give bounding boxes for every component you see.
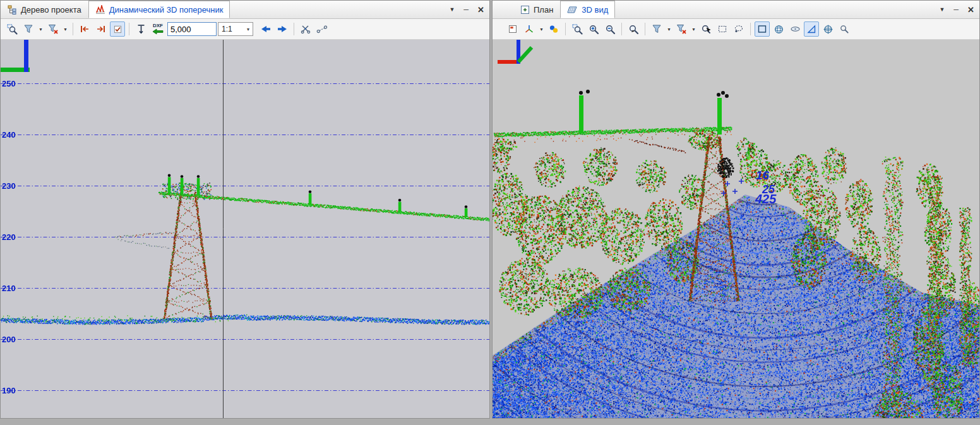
- left-tabbar: Дерево проекта Динамический 3D поперечни…: [1, 1, 489, 19]
- filter-3d-clear-dropdown-caret[interactable]: ▾: [690, 21, 697, 37]
- zoom-in-button[interactable]: [586, 21, 601, 37]
- pick-point-icon: [701, 24, 712, 35]
- view-3d-tab-icon: [567, 5, 578, 15]
- filter-clear-button[interactable]: [45, 21, 61, 37]
- point-cloud-workstation: { "window": { "controls": { "dropdown": …: [0, 0, 980, 425]
- project-tree-icon: [8, 5, 17, 15]
- toolbar-separator: [565, 23, 566, 35]
- shift-section-back-button[interactable]: [77, 21, 92, 37]
- tab-dynamic-cross-section[interactable]: Динамический 3D поперечник: [88, 1, 230, 18]
- right-pane-minimize-button[interactable]: ─: [953, 6, 959, 13]
- filter-icon: [652, 24, 662, 34]
- filter-3d-dropdown-caret[interactable]: ▾: [666, 21, 672, 37]
- globe-icon: [774, 24, 784, 35]
- point-annotation: 16: [756, 169, 769, 181]
- previous-section-button[interactable]: [258, 21, 273, 37]
- select-lasso-button[interactable]: [731, 21, 746, 37]
- right-tabbar: План 3D вид ▼ ─ ✕: [493, 1, 979, 19]
- zoom-window-button[interactable]: [570, 21, 585, 37]
- clip-box-button[interactable]: [755, 21, 770, 37]
- filter-clear-icon: [48, 24, 58, 34]
- elevation-label: 220: [2, 232, 16, 242]
- tab-dynamic-cross-section-label: Динамический 3D поперечник: [109, 5, 224, 15]
- zoom-window-icon: [572, 24, 583, 35]
- filter-3d-clear-button[interactable]: [674, 21, 689, 37]
- set-square-icon: [806, 24, 816, 34]
- polyline-tool-button[interactable]: [314, 21, 330, 37]
- next-section-button[interactable]: [275, 21, 290, 37]
- filter-clear-icon: [676, 24, 686, 34]
- shift-back-icon: [80, 24, 90, 34]
- checkbox-checked-icon: [113, 25, 122, 34]
- zoom-out-button[interactable]: [602, 21, 618, 37]
- section-width-input[interactable]: [167, 22, 217, 36]
- right-toolbar: ▾ ▾ ▾: [493, 19, 979, 40]
- zoom-in-icon: [589, 24, 599, 35]
- scale-select[interactable]: 1:1 ▾: [218, 22, 253, 36]
- dxf-export-button[interactable]: DXF: [150, 20, 166, 38]
- right-pane-close-button[interactable]: ✕: [967, 6, 974, 14]
- left-pane-minimize-button[interactable]: ─: [463, 6, 469, 13]
- shift-section-forward-button[interactable]: [93, 21, 109, 37]
- cross-section-icon: [95, 5, 105, 15]
- cross-section-pane: Дерево проекта Динамический 3D поперечни…: [0, 0, 490, 419]
- select-rectangle-icon: [717, 24, 727, 34]
- elevation-label: 230: [2, 181, 16, 191]
- view-orientation-button[interactable]: [522, 21, 537, 37]
- tab-project-tree-label: Дерево проекта: [21, 5, 81, 15]
- view-settings-icon: [508, 24, 518, 34]
- globe-view-button[interactable]: [771, 21, 786, 37]
- orientation-dropdown-caret[interactable]: ▾: [538, 21, 545, 37]
- toolbar-separator: [750, 23, 751, 35]
- filter-icon: [23, 24, 33, 34]
- select-rectangle-button[interactable]: [715, 21, 730, 37]
- scale-select-caret: ▾: [247, 27, 249, 32]
- cross-section-viewport: 250240230220210200190: [1, 40, 489, 418]
- globe-crosshair-button[interactable]: [820, 21, 835, 37]
- tab-3d-view-label: 3D вид: [582, 5, 608, 15]
- measure-tool-button[interactable]: [298, 21, 313, 37]
- view-3d-pane: План 3D вид ▼ ─ ✕ ▾: [492, 0, 980, 419]
- filter-3d-button[interactable]: [649, 21, 664, 37]
- elevation-label: 240: [2, 130, 16, 140]
- next-arrow-icon: [277, 25, 287, 33]
- zoom-extent-icon: [839, 24, 849, 34]
- globe-crosshair-icon: [823, 24, 834, 35]
- toolbar-separator: [294, 23, 294, 35]
- right-pane-menu-button[interactable]: ▼: [939, 7, 945, 13]
- tab-project-tree[interactable]: Дерево проекта: [1, 1, 88, 18]
- point-annotation: 425: [755, 193, 776, 205]
- zoom-selection-button[interactable]: [626, 21, 641, 37]
- vertical-extent-button[interactable]: [133, 21, 148, 37]
- previous-arrow-icon: [261, 25, 271, 33]
- horizontal-plane-icon: [790, 25, 801, 33]
- follow-section-toggle[interactable]: [110, 21, 125, 37]
- pick-point-button[interactable]: [698, 21, 714, 37]
- measure-ruler-button[interactable]: [804, 21, 819, 37]
- point-coloring-button[interactable]: [546, 21, 561, 37]
- select-lasso-icon: [734, 24, 744, 34]
- shift-forward-icon: [96, 24, 106, 34]
- left-pane-controls: ▼ ─ ✕: [449, 1, 484, 18]
- cross-section-view-canvas[interactable]: [1, 40, 489, 418]
- toolbar-separator: [621, 23, 622, 35]
- zoom-out-icon: [605, 24, 616, 35]
- tab-plan[interactable]: План: [513, 1, 560, 18]
- view-3d-canvas[interactable]: [493, 40, 979, 418]
- scale-value: 1:1: [222, 25, 232, 33]
- zoom-region-button[interactable]: [4, 21, 20, 37]
- filter-dropdown-caret[interactable]: ▾: [37, 21, 44, 37]
- tab-3d-view[interactable]: 3D вид: [560, 1, 615, 18]
- left-toolbar: ▾ ▾ DXF 1:1 ▾: [1, 19, 489, 40]
- left-pane-menu-button[interactable]: ▼: [449, 7, 455, 13]
- zoom-extent-button[interactable]: [837, 21, 852, 37]
- left-pane-close-button[interactable]: ✕: [477, 6, 484, 14]
- horizontal-plane-button[interactable]: [787, 21, 803, 37]
- zoom-selection-icon: [628, 24, 639, 35]
- axes-3d-icon: [524, 24, 534, 34]
- filter-button[interactable]: [21, 21, 36, 37]
- dxf-label: DXF: [153, 23, 163, 28]
- view-settings-button[interactable]: [505, 21, 520, 37]
- filter-clear-dropdown-caret[interactable]: ▾: [62, 21, 69, 37]
- clip-box-icon: [757, 24, 767, 34]
